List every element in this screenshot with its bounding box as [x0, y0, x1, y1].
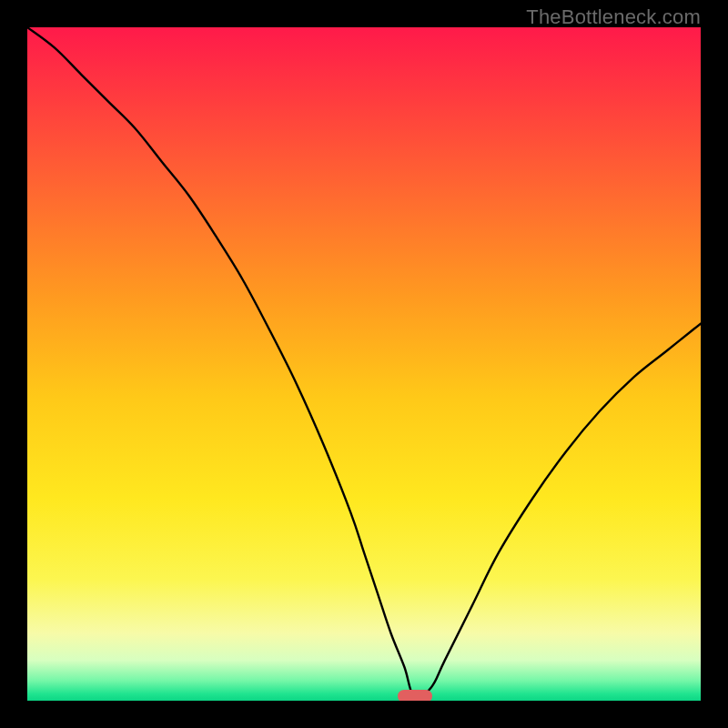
chart-frame: TheBottleneck.com — [0, 0, 728, 728]
bottleneck-curve — [27, 27, 701, 701]
watermark-text: TheBottleneck.com — [526, 5, 701, 29]
plot-area — [27, 27, 701, 701]
optimal-marker — [398, 690, 432, 701]
